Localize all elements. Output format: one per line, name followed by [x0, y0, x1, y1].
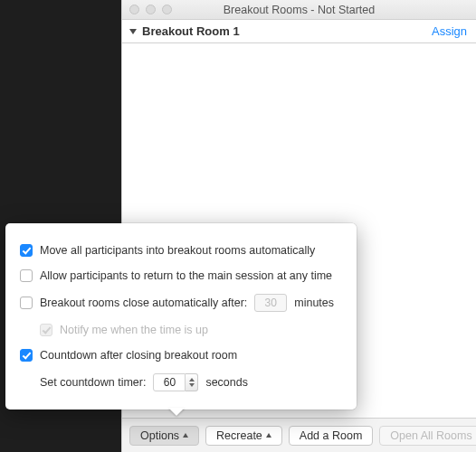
disclosure-triangle-icon[interactable] — [129, 29, 137, 34]
close-window-icon[interactable] — [129, 5, 139, 14]
options-button[interactable]: Options — [129, 426, 199, 446]
auto-close-unit: minutes — [294, 296, 334, 310]
window-titlebar: Breakout Rooms - Not Started — [122, 0, 476, 20]
chevron-up-icon — [266, 433, 271, 438]
checkbox-move-auto[interactable] — [20, 244, 33, 257]
window-title: Breakout Rooms - Not Started — [122, 4, 476, 16]
option-auto-close-label: Breakout rooms close automatically after… — [40, 296, 247, 310]
add-room-button[interactable]: Add a Room — [289, 426, 373, 446]
option-notify-time-up: Notify me when the time is up — [20, 317, 342, 343]
recreate-button[interactable]: Recreate — [205, 426, 282, 446]
countdown-stepper[interactable]: 60 — [153, 373, 198, 391]
open-all-rooms-label: Open All Rooms — [390, 429, 471, 442]
options-popover: Move all participants into breakout room… — [5, 223, 357, 410]
traffic-lights — [122, 5, 172, 14]
option-auto-close[interactable]: Breakout rooms close automatically after… — [20, 288, 342, 317]
recreate-button-label: Recreate — [216, 429, 262, 442]
countdown-unit: seconds — [205, 375, 248, 390]
popover-pointer-icon — [168, 408, 185, 416]
countdown-value-input[interactable]: 60 — [153, 373, 186, 391]
stepper-control[interactable] — [186, 373, 198, 391]
option-move-auto-label: Move all participants into breakout room… — [40, 243, 315, 258]
checkbox-allow-return[interactable] — [20, 269, 33, 282]
stepper-up-icon[interactable] — [189, 378, 195, 381]
stepper-down-icon[interactable] — [189, 383, 195, 387]
open-all-rooms-button: Open All Rooms — [379, 426, 476, 446]
option-allow-return[interactable]: Allow participants to return to the main… — [20, 263, 342, 288]
checkbox-auto-close[interactable] — [20, 297, 33, 309]
bottom-toolbar: Options Recreate Add a Room Open All Roo… — [122, 418, 476, 452]
countdown-timer-label: Set countdown timer: — [40, 375, 146, 390]
option-notify-label: Notify me when the time is up — [60, 323, 208, 337]
option-countdown[interactable]: Countdown after closing breakout room — [20, 343, 342, 368]
room-name-label: Breakout Room 1 — [142, 24, 240, 38]
options-button-label: Options — [140, 429, 179, 442]
chevron-up-icon — [183, 433, 188, 438]
option-allow-return-label: Allow participants to return to the main… — [40, 268, 332, 283]
room-header[interactable]: Breakout Room 1 Assign — [122, 20, 476, 43]
checkbox-countdown[interactable] — [20, 349, 33, 362]
option-countdown-timer: Set countdown timer: 60 seconds — [20, 368, 342, 397]
add-room-button-label: Add a Room — [300, 429, 362, 442]
zoom-window-icon[interactable] — [162, 5, 172, 14]
assign-link[interactable]: Assign — [432, 24, 467, 38]
option-move-auto[interactable]: Move all participants into breakout room… — [20, 238, 342, 263]
checkbox-notify-time-up — [40, 324, 52, 336]
auto-close-minutes-input[interactable]: 30 — [254, 294, 287, 312]
option-countdown-label: Countdown after closing breakout room — [40, 348, 237, 363]
minimize-window-icon[interactable] — [146, 5, 156, 14]
